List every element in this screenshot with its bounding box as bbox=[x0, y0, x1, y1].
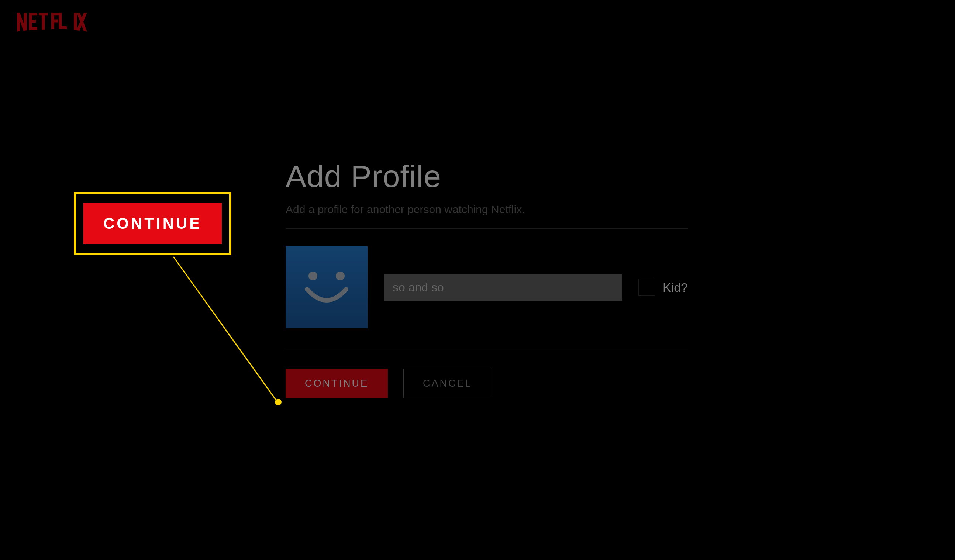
kid-checkbox[interactable] bbox=[639, 279, 655, 296]
profile-name-input[interactable] bbox=[384, 274, 622, 301]
action-buttons: CONTINUE CANCEL bbox=[286, 369, 688, 399]
add-profile-panel: Add Profile Add a profile for another pe… bbox=[286, 159, 688, 399]
avatar-eye-left bbox=[308, 272, 317, 280]
continue-button[interactable]: CONTINUE bbox=[286, 369, 388, 399]
cancel-button[interactable]: CANCEL bbox=[403, 369, 492, 399]
svg-line-0 bbox=[174, 257, 277, 402]
callout-pointer-dot bbox=[275, 399, 282, 405]
profile-avatar bbox=[286, 246, 368, 328]
callout-continue-button: CONTINUE bbox=[83, 203, 222, 244]
profile-form-row: Kid? bbox=[286, 246, 688, 328]
callout-box: CONTINUE bbox=[74, 192, 232, 255]
avatar-eye-right bbox=[336, 272, 344, 280]
avatar-smile bbox=[305, 287, 348, 309]
kid-label: Kid? bbox=[663, 280, 688, 295]
netflix-logo[interactable] bbox=[17, 13, 87, 33]
page-subtitle: Add a profile for another person watchin… bbox=[286, 203, 688, 216]
divider-top bbox=[286, 228, 688, 229]
callout-annotation: CONTINUE bbox=[74, 192, 232, 255]
kid-toggle-group: Kid? bbox=[639, 279, 688, 296]
page-title: Add Profile bbox=[286, 159, 688, 194]
divider-bottom bbox=[286, 349, 688, 349]
